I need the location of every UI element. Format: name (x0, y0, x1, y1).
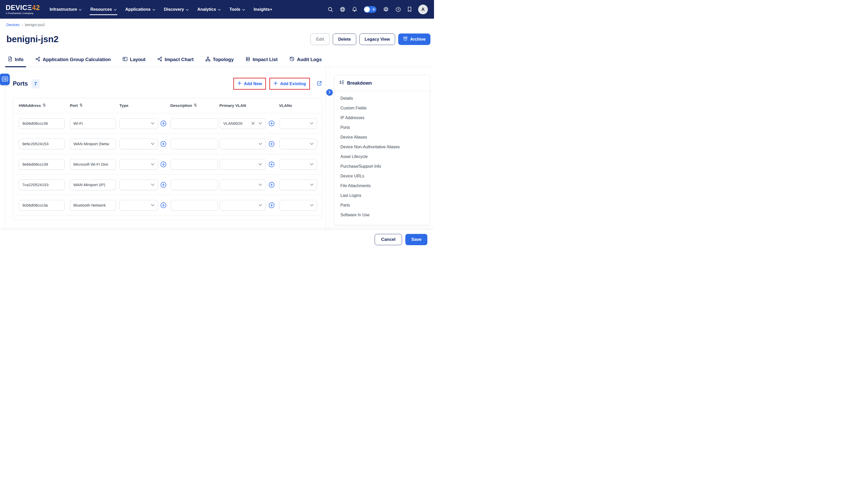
device42-device-page: DEVICΞ42 A Freshworks Company Infrastruc… (0, 0, 434, 249)
theme-toggle[interactable] (364, 6, 376, 13)
primary-vlan-select[interactable] (220, 180, 266, 190)
add-type-button[interactable] (160, 182, 167, 188)
type-select[interactable] (119, 159, 158, 170)
cancel-button[interactable]: Cancel (375, 234, 402, 245)
add-vlan-button[interactable] (269, 141, 275, 147)
breakdown-item-device-non-authoritative-aliases[interactable]: Device Non-Authoritative Aliases (334, 142, 430, 152)
hwaddress-input[interactable]: 9cb6d08ccc3a (19, 200, 65, 211)
nav-item-resources[interactable]: Resources (90, 0, 116, 19)
description-input[interactable] (171, 118, 218, 129)
bell-icon[interactable] (352, 6, 357, 12)
help-icon[interactable]: ? (396, 6, 401, 12)
primary-vlan-select[interactable] (220, 159, 266, 170)
save-button[interactable]: Save (405, 234, 427, 245)
add-vlan-button[interactable] (269, 120, 275, 127)
tab-topology[interactable]: Topology (205, 56, 234, 67)
hwaddress-input[interactable]: 7ca220524153 (19, 180, 65, 190)
tab-impact-list[interactable]: Impact List (246, 56, 278, 67)
add-type-button[interactable] (160, 120, 167, 127)
port-input[interactable]: Wi-Fi (70, 118, 116, 129)
vlans-select[interactable] (280, 139, 317, 149)
type-select[interactable] (119, 118, 158, 129)
nav-item-insights[interactable]: Insights+ (254, 0, 272, 19)
breakdown-item-details[interactable]: Details (334, 94, 430, 103)
add-type-button[interactable] (160, 202, 167, 208)
bookmark-icon[interactable] (407, 6, 412, 12)
vlans-select[interactable] (280, 200, 317, 211)
primary-vlan-select[interactable]: VLAN0020 (220, 118, 266, 129)
hwaddress-input[interactable]: 9cb6d08ccc39 (19, 118, 65, 129)
breakdown-item-parts[interactable]: Parts (334, 200, 430, 210)
tab-layout[interactable]: Layout (122, 56, 145, 67)
breakdown-item-asset-lifecycle[interactable]: Asset Lifecycle (334, 152, 430, 161)
breakdown-item-custom-fields[interactable]: Custom Fields (334, 103, 430, 113)
column-header-port[interactable]: Port (70, 103, 116, 108)
sort-icon[interactable] (43, 103, 46, 108)
breakdown-item-device-urls[interactable]: Device URLs (334, 171, 430, 181)
side-panel-toggle[interactable] (0, 74, 10, 85)
add-type-button[interactable] (160, 141, 167, 147)
type-select[interactable] (119, 180, 158, 190)
table-row: 9cb6d08ccc3aBluetooth Network (13, 195, 322, 215)
port-input[interactable]: Bluetooth Network (70, 200, 116, 211)
tab-impact-chart[interactable]: Impact Chart (157, 56, 194, 67)
port-input[interactable]: Microsoft Wi-Fi Dire (70, 159, 116, 170)
breakdown-item-ports[interactable]: Ports (334, 123, 430, 132)
hwaddress-input[interactable]: 9eb6d08ccc39 (19, 159, 65, 170)
breakdown-item-last-logins[interactable]: Last Logins (334, 191, 430, 200)
avatar[interactable]: A (418, 4, 428, 14)
legacy-view-button[interactable]: Legacy View (359, 34, 396, 45)
type-select[interactable] (119, 139, 158, 149)
sort-icon[interactable] (79, 103, 82, 108)
breadcrumb-devices-link[interactable]: Devices (7, 23, 20, 27)
description-input[interactable] (171, 200, 218, 211)
add-type-button[interactable] (160, 161, 167, 168)
vlans-select[interactable] (280, 159, 317, 170)
archive-button[interactable]: Archive (398, 34, 430, 45)
gear-icon[interactable] (383, 6, 389, 13)
add-vlan-button[interactable] (269, 202, 275, 208)
port-input[interactable]: WAN Miniport (IP) (70, 180, 116, 190)
clear-icon[interactable] (251, 122, 255, 125)
chevron-down-icon (259, 122, 262, 124)
edit-button[interactable]: Edit (310, 34, 330, 45)
collapse-breakdown-button[interactable] (326, 89, 333, 96)
tab-info[interactable]: Info (8, 56, 24, 67)
vlans-select[interactable] (280, 118, 317, 129)
nav-item-tools[interactable]: Tools (230, 0, 245, 19)
nav-item-discovery[interactable]: Discovery (164, 0, 189, 19)
add-vlan-button[interactable] (269, 161, 275, 168)
column-header-hwaddress[interactable]: HWAddress (19, 103, 65, 108)
breakdown-item-purchase-support-info[interactable]: Purchase/Support Info (334, 161, 430, 171)
description-input[interactable] (171, 139, 218, 149)
hwaddress-input[interactable]: 9e6c20524153 (19, 139, 65, 149)
sort-icon[interactable] (194, 103, 197, 108)
add-new-button[interactable]: Add New (234, 78, 265, 89)
primary-vlan-select[interactable] (220, 139, 266, 149)
breakdown-item-ip-addresses[interactable]: IP Addresses (334, 113, 430, 123)
tab-audit-logs[interactable]: Audit Logs (289, 56, 322, 67)
delete-button[interactable]: Delete (333, 34, 356, 45)
search-icon[interactable] (328, 6, 333, 12)
description-input[interactable] (171, 159, 218, 170)
nav-item-infrastructure[interactable]: Infrastructure (50, 0, 81, 19)
breakdown-item-software-in-use[interactable]: Software In Use (334, 210, 430, 220)
globe-icon[interactable] (340, 6, 346, 12)
add-vlan-button[interactable] (269, 182, 275, 188)
breakdown-panel: Breakdown DetailsCustom FieldsIP Address… (334, 75, 430, 225)
open-in-new-button[interactable] (316, 80, 322, 87)
breakdown-item-file-attachments[interactable]: File Attachments (334, 181, 430, 191)
vlans-select[interactable] (280, 180, 317, 190)
column-header-description[interactable]: Description (170, 103, 218, 108)
tab-application-group-calculation[interactable]: Application Group Calculation (35, 56, 111, 67)
ports-table: HWAddressPortTypeDescriptionPrimary VLAN… (13, 98, 322, 220)
nav-item-applications[interactable]: Applications (125, 0, 155, 19)
nav-item-analytics[interactable]: Analytics (197, 0, 221, 19)
primary-vlan-select[interactable] (220, 200, 266, 211)
type-select[interactable] (119, 200, 158, 211)
port-input[interactable]: WAN Miniport (Netw (70, 139, 116, 149)
breakdown-item-device-aliases[interactable]: Device Aliases (334, 132, 430, 142)
description-input[interactable] (171, 180, 218, 190)
add-existing-button[interactable]: Add Existing (270, 78, 309, 89)
device42-logo[interactable]: DEVICΞ42 A Freshworks Company (5, 4, 40, 15)
